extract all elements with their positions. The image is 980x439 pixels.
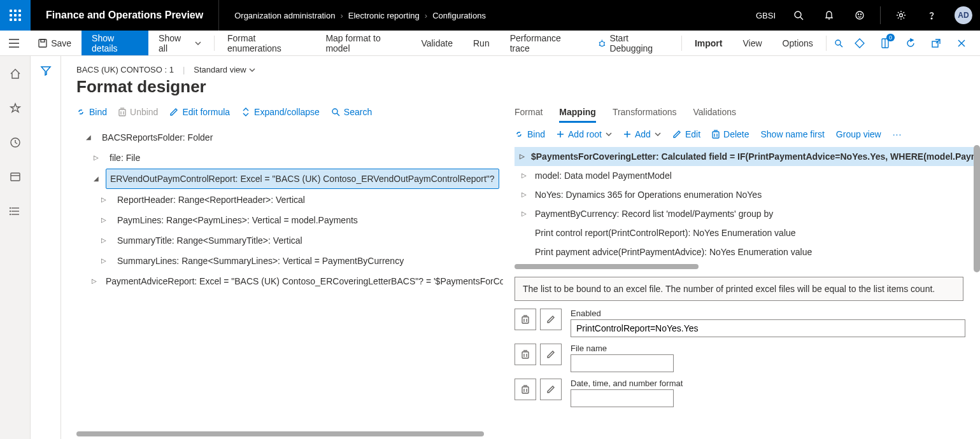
delete-enabled-button[interactable] bbox=[515, 309, 536, 330]
edit-dateformat-button[interactable] bbox=[540, 379, 562, 400]
company-code[interactable]: GBSI bbox=[756, 11, 776, 20]
smiley-icon[interactable] bbox=[847, 0, 872, 31]
close-icon[interactable] bbox=[951, 32, 972, 54]
help-icon[interactable] bbox=[919, 0, 944, 31]
vertical-scrollbar[interactable] bbox=[974, 145, 980, 272]
save-icon bbox=[38, 39, 47, 48]
modules-icon[interactable] bbox=[5, 201, 25, 221]
tree-toggle-expand[interactable]: ▷ bbox=[520, 205, 529, 223]
gear-icon[interactable] bbox=[888, 0, 914, 31]
tree-toggle-collapse[interactable]: ◢ bbox=[92, 170, 101, 188]
breadcrumb-item[interactable]: Configurations bbox=[432, 11, 486, 20]
mapping-node[interactable]: ▷ PaymentByCurrency: Record list 'model/… bbox=[515, 204, 974, 223]
tree-node-selected[interactable]: ◢ ERVendOutPaymControlReport: Excel = "B… bbox=[76, 168, 503, 190]
user-avatar[interactable]: AD bbox=[955, 6, 972, 24]
tree-toggle-expand[interactable]: ▷ bbox=[99, 252, 108, 270]
enabled-input[interactable] bbox=[571, 319, 965, 337]
tree-node[interactable]: ▷ ReportHeader: Range<ReportHeader>: Ver… bbox=[76, 190, 503, 210]
tree-toggle-expand[interactable]: ▷ bbox=[99, 191, 108, 209]
show-details-button[interactable]: Show details bbox=[82, 31, 148, 55]
breadcrumb-sep: › bbox=[425, 11, 427, 20]
view-button[interactable]: View bbox=[732, 31, 772, 55]
tab-mapping[interactable]: Mapping bbox=[559, 107, 596, 123]
tree-node[interactable]: ▷ SummaryTitle: Range<SummaryTitle>: Ver… bbox=[76, 230, 503, 251]
popout-icon[interactable] bbox=[925, 32, 947, 54]
tree-toggle-expand[interactable]: ▷ bbox=[92, 149, 101, 167]
show-name-first-button[interactable]: Show name first bbox=[760, 129, 824, 139]
svg-rect-36 bbox=[119, 109, 125, 116]
performance-trace-button[interactable]: Performance trace bbox=[500, 31, 588, 55]
svg-point-6 bbox=[900, 14, 903, 17]
horizontal-scrollbar[interactable] bbox=[515, 264, 699, 269]
search-button[interactable]: Search bbox=[331, 107, 372, 117]
action-icons-right: 0 bbox=[849, 32, 980, 54]
recent-icon[interactable] bbox=[5, 132, 25, 153]
tree-toggle-expand[interactable]: ▷ bbox=[520, 186, 529, 204]
tree-node[interactable]: ▷ SummaryLines: Range<SummaryLines>: Ver… bbox=[76, 251, 503, 271]
run-button[interactable]: Run bbox=[463, 31, 500, 55]
bind-button-right[interactable]: Bind bbox=[515, 129, 545, 139]
bell-icon[interactable] bbox=[816, 0, 842, 31]
view-selector[interactable]: Standard view bbox=[194, 65, 255, 74]
tab-transformations[interactable]: Transformations bbox=[613, 107, 677, 123]
tree-toggle-expand[interactable]: ▷ bbox=[99, 232, 108, 249]
tree-toggle-collapse[interactable]: ◢ bbox=[84, 129, 93, 146]
mapping-node-selected[interactable]: ▷ $PaymentsForCoveringLetter: Calculated… bbox=[515, 147, 974, 166]
bottom-horizontal-scrollbar[interactable] bbox=[76, 431, 484, 436]
mapping-node[interactable]: ▷ model: Data model PaymentModel bbox=[515, 166, 974, 185]
workspaces-icon[interactable] bbox=[5, 167, 25, 187]
refresh-icon[interactable] bbox=[900, 32, 921, 54]
tree-node[interactable]: ▷ PaymLines: Range<PaymLines>: Vertical … bbox=[76, 210, 503, 230]
delete-filename-button[interactable] bbox=[515, 344, 536, 365]
tab-format[interactable]: Format bbox=[515, 107, 543, 123]
filename-label: File name bbox=[571, 344, 674, 353]
find-icon[interactable] bbox=[829, 32, 849, 54]
import-button[interactable]: Import bbox=[685, 31, 733, 55]
hamburger-button[interactable] bbox=[0, 39, 28, 48]
tree-node[interactable]: ◢ BACSReportsFolder: Folder bbox=[76, 127, 503, 148]
edit-button[interactable]: Edit bbox=[672, 129, 700, 139]
diamond-icon[interactable] bbox=[849, 32, 870, 54]
map-format-button[interactable]: Map format to model bbox=[315, 31, 411, 55]
tree-toggle-expand[interactable]: ▷ bbox=[520, 167, 529, 185]
field-row-filename: File name bbox=[515, 344, 975, 372]
tree-node[interactable]: ▷ file: File bbox=[76, 148, 503, 168]
expand-collapse-button[interactable]: Expand/collapse bbox=[241, 107, 320, 117]
dateformat-input[interactable] bbox=[571, 389, 674, 407]
app-launcher[interactable] bbox=[0, 0, 31, 31]
home-icon[interactable] bbox=[5, 64, 25, 84]
edit-enabled-button[interactable] bbox=[540, 309, 562, 330]
breadcrumb-item[interactable]: Organization administration bbox=[234, 11, 335, 20]
start-debugging-button[interactable]: Start Debugging bbox=[588, 31, 679, 55]
delete-button[interactable]: Delete bbox=[712, 129, 749, 139]
add-button[interactable]: Add bbox=[623, 129, 661, 139]
tree-node[interactable]: ▷ PaymentAdviceReport: Excel = "BACS (UK… bbox=[76, 271, 503, 291]
show-all-button[interactable]: Show all bbox=[148, 31, 211, 55]
chevron-down-icon bbox=[606, 132, 612, 136]
edit-formula-button[interactable]: Edit formula bbox=[169, 107, 230, 117]
format-enumerations-button[interactable]: Format enumerations bbox=[217, 31, 315, 55]
tree-toggle-expand[interactable]: ▷ bbox=[92, 272, 97, 290]
search-icon[interactable] bbox=[786, 0, 811, 31]
tab-validations[interactable]: Validations bbox=[693, 107, 736, 123]
filename-input[interactable] bbox=[571, 354, 674, 372]
bind-button[interactable]: Bind bbox=[76, 107, 107, 117]
mapping-node[interactable]: ▷ NoYes: Dynamics 365 for Operations enu… bbox=[515, 185, 974, 204]
options-button[interactable]: Options bbox=[772, 31, 823, 55]
validate-button[interactable]: Validate bbox=[411, 31, 463, 55]
save-button[interactable]: Save bbox=[28, 31, 82, 55]
divider bbox=[681, 36, 682, 51]
delete-dateformat-button[interactable] bbox=[515, 379, 536, 400]
group-view-button[interactable]: Group view bbox=[836, 129, 881, 139]
edit-filename-button[interactable] bbox=[540, 344, 562, 365]
add-root-button[interactable]: Add root bbox=[557, 129, 612, 139]
mapping-node[interactable]: Print payment advice(PrintPaymentAdvice)… bbox=[515, 242, 974, 261]
mapping-node[interactable]: Print control report(PrintControlReport)… bbox=[515, 223, 974, 242]
breadcrumb-item[interactable]: Electronic reporting bbox=[348, 11, 420, 20]
attachment-icon[interactable]: 0 bbox=[874, 32, 896, 54]
tree-toggle-expand[interactable]: ▷ bbox=[520, 148, 525, 165]
tree-toggle-expand[interactable]: ▷ bbox=[99, 211, 108, 229]
filter-icon[interactable] bbox=[40, 65, 52, 439]
favorites-icon[interactable] bbox=[5, 98, 25, 118]
more-button[interactable]: ··· bbox=[893, 129, 902, 139]
